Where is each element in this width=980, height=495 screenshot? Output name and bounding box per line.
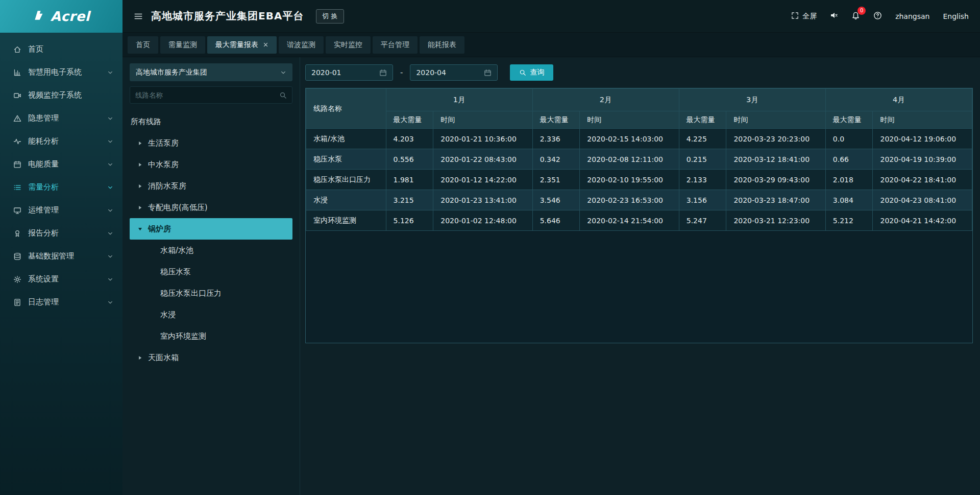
- table-row: 水浸3.2152020-01-23 13:41:003.5462020-02-2…: [306, 190, 972, 210]
- tree-node[interactable]: 专配电房(高低压): [130, 197, 292, 218]
- time-cell: 2020-03-29 09:43:00: [726, 170, 825, 190]
- report-icon: [13, 229, 21, 238]
- column-header-time: 时间: [873, 111, 972, 129]
- sidebar-item-8[interactable]: 报告分析: [0, 222, 122, 245]
- fullscreen-label: 全屏: [802, 12, 817, 21]
- close-icon[interactable]: [263, 42, 268, 48]
- table-row: 稳压水泵出口压力1.9812020-01-12 14:22:002.351202…: [306, 170, 972, 190]
- sidebar-item-3[interactable]: 隐患管理: [0, 107, 122, 130]
- switch-button[interactable]: 切 换: [316, 9, 344, 23]
- tab-label: 能耗报表: [428, 40, 456, 50]
- start-date-value: 2020-01: [311, 68, 341, 77]
- sidebar-item-9[interactable]: 基础数据管理: [0, 245, 122, 268]
- sidebar-item-11[interactable]: 日志管理: [0, 291, 122, 314]
- max-demand-cell: 0.0: [825, 129, 873, 149]
- search-icon[interactable]: [279, 91, 287, 99]
- tab-6[interactable]: 能耗报表: [420, 36, 464, 54]
- sidebar-item-7[interactable]: 运维管理: [0, 199, 122, 222]
- language-toggle[interactable]: English: [943, 12, 969, 20]
- chevron-down-icon: [107, 184, 113, 191]
- line-search-input[interactable]: [135, 91, 279, 99]
- tab-5[interactable]: 平台管理: [373, 36, 418, 54]
- max-demand-cell: 5.126: [386, 210, 433, 231]
- tree-node[interactable]: 水箱/水池: [130, 240, 292, 261]
- workspace: 高地城市服务产业集团 所有线路生活泵房中水泵房消防水泵房专配电房(高低压)锅炉房…: [122, 57, 980, 495]
- query-button[interactable]: 查询: [510, 64, 553, 81]
- table-row: 水箱/水池4.2032020-01-21 10:36:002.3362020-0…: [306, 129, 972, 149]
- time-cell: 2020-02-14 21:54:00: [580, 210, 679, 231]
- tab-1[interactable]: 需量监测: [160, 36, 205, 54]
- tree-node-label: 室内环境监测: [160, 332, 206, 341]
- tree-node-label: 水浸: [160, 310, 176, 320]
- calendar-icon: [484, 69, 492, 77]
- caret-right-icon[interactable]: [137, 162, 143, 168]
- chevron-down-icon: [280, 69, 286, 76]
- fullscreen-button[interactable]: 全屏: [791, 12, 817, 21]
- sidebar-item-label: 隐患管理: [28, 113, 101, 123]
- sidebar-item-5[interactable]: 电能质量: [0, 153, 122, 176]
- sidebar-item-label: 报告分析: [28, 228, 101, 238]
- caret-right-icon[interactable]: [137, 205, 143, 210]
- time-cell: 2020-03-23 20:23:00: [726, 129, 825, 149]
- tree-node[interactable]: 稳压水泵出口压力: [130, 282, 292, 304]
- sidebar-item-6[interactable]: 需量分析: [0, 176, 122, 199]
- home-icon: [13, 45, 21, 54]
- org-select[interactable]: 高地城市服务产业集团: [130, 63, 292, 81]
- tree-node-label: 锅炉房: [148, 224, 171, 234]
- max-demand-cell: 0.215: [679, 149, 726, 170]
- warning-triangle-icon: [13, 114, 21, 123]
- tree-node[interactable]: 生活泵房: [130, 132, 292, 154]
- max-demand-cell: 4.203: [386, 129, 433, 149]
- tab-4[interactable]: 实时监控: [326, 36, 371, 54]
- sidebar: 首页智慧用电子系统视频监控子系统隐患管理能耗分析电能质量需量分析运维管理报告分析…: [0, 33, 122, 495]
- start-date-picker[interactable]: 2020-01: [305, 64, 393, 81]
- column-header-max-demand: 最大需量: [386, 111, 433, 129]
- username[interactable]: zhangsan: [895, 12, 929, 20]
- tree-node[interactable]: 所有线路: [130, 111, 292, 132]
- tree-node[interactable]: 消防水泵房: [130, 175, 292, 197]
- app-root: Acrel 高地城市服务产业集团EBA平台 切 换 全屏 0 zhangsan …: [0, 0, 980, 495]
- sidebar-item-4[interactable]: 能耗分析: [0, 130, 122, 153]
- calendar-icon: [379, 69, 387, 77]
- max-demand-cell: 2.018: [825, 170, 873, 190]
- caret-right-icon[interactable]: [137, 355, 143, 361]
- tree-node-label: 所有线路: [131, 117, 161, 127]
- sidebar-item-10[interactable]: 系统设置: [0, 268, 122, 291]
- sidebar-item-1[interactable]: 智慧用电子系统: [0, 61, 122, 84]
- line-name-cell: 水浸: [306, 190, 386, 210]
- tree-node[interactable]: 天面水箱: [130, 347, 292, 368]
- max-demand-cell: 3.084: [825, 190, 873, 210]
- notifications-button[interactable]: 0: [851, 11, 860, 21]
- sidebar-item-2[interactable]: 视频监控子系统: [0, 84, 122, 107]
- help-button[interactable]: [873, 11, 882, 21]
- caret-right-icon[interactable]: [137, 183, 143, 189]
- column-header-max-demand: 最大需量: [825, 111, 873, 129]
- column-header-time: 时间: [433, 111, 532, 129]
- max-demand-cell: 4.225: [679, 129, 726, 149]
- tree-node[interactable]: 锅炉房: [130, 218, 292, 240]
- tree-node[interactable]: 室内环境监测: [130, 325, 292, 347]
- sidebar-item-label: 日志管理: [28, 297, 101, 307]
- log-icon: [13, 298, 21, 307]
- mute-button[interactable]: [830, 11, 838, 21]
- content-area: 首页需量监测最大需量报表谐波监测实时监控平台管理能耗报表 高地城市服务产业集团 …: [122, 33, 980, 495]
- acrel-logo-icon: [33, 9, 46, 24]
- sidebar-item-label: 基础数据管理: [28, 251, 101, 261]
- sidebar-item-0[interactable]: 首页: [0, 38, 122, 61]
- end-date-picker[interactable]: 2020-04: [410, 64, 498, 81]
- tree-node[interactable]: 稳压水泵: [130, 261, 292, 282]
- sidebar-collapse-icon[interactable]: [134, 12, 143, 21]
- time-cell: 2020-04-23 08:41:00: [873, 190, 972, 210]
- caret-down-icon[interactable]: [137, 226, 143, 232]
- tab-0[interactable]: 首页: [128, 36, 158, 54]
- tab-3[interactable]: 谐波监测: [279, 36, 324, 54]
- table-row: 室内环境监测5.1262020-01-02 12:48:005.6462020-…: [306, 210, 972, 231]
- tree-node[interactable]: 水浸: [130, 304, 292, 325]
- max-demand-cell: 0.342: [532, 149, 580, 170]
- tree-node[interactable]: 中水泵房: [130, 154, 292, 175]
- caret-right-icon[interactable]: [137, 140, 143, 146]
- tab-2[interactable]: 最大需量报表: [207, 36, 277, 54]
- tab-bar: 首页需量监测最大需量报表谐波监测实时监控平台管理能耗报表: [122, 33, 980, 57]
- tab-label: 最大需量报表: [215, 40, 258, 50]
- time-cell: 2020-04-19 10:39:00: [873, 149, 972, 170]
